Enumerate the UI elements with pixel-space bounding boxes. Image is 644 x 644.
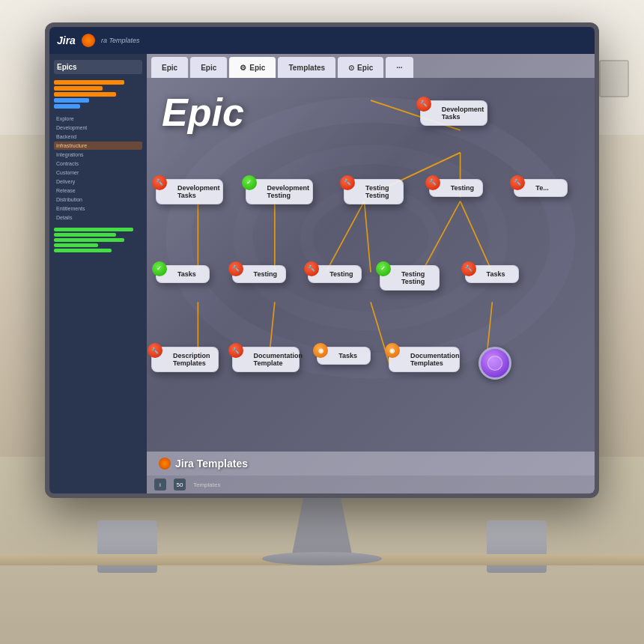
jira-topbar: Jira ra Templates: [49, 27, 595, 54]
main-content: Epics Explore Development Backend Infras…: [49, 54, 595, 493]
sidebar-item-contracts[interactable]: Contracts: [54, 160, 142, 168]
gear-icon: ⚙: [240, 64, 246, 72]
sidebar-item-backend[interactable]: Backend: [54, 133, 142, 141]
node-label-description-templates: DescriptionTemplates: [173, 352, 212, 367]
node-documentation-template-1[interactable]: 🔧 DocumentationTemplate: [232, 347, 300, 372]
monitor: Jira ra Templates Epics Explore Develop: [45, 22, 599, 498]
bottom-bar: Jira Templates: [147, 452, 595, 476]
node-testing-3[interactable]: 🔧 Testing: [308, 265, 362, 283]
node-badge-green-2: ✓: [152, 261, 167, 276]
node-label-dev-tasks-top: DevelopmentTasks: [442, 106, 481, 121]
tab-epic-1-label: Epic: [162, 64, 177, 72]
node-badge-red-5: 🔧: [510, 175, 525, 190]
sidebar-bar-2: [54, 86, 103, 91]
purple-circle[interactable]: [479, 347, 511, 380]
svg-line-8: [326, 201, 364, 273]
node-documentation-templates-2[interactable]: ◉ DocumentationTemplates: [389, 347, 460, 372]
node-badge-red-6: 🔧: [228, 261, 243, 276]
monitor-base: [262, 552, 382, 565]
sidebar-green-bar-5: [54, 249, 112, 252]
node-label-dev-testing: DevelopmentTesting: [267, 184, 306, 199]
node-badge-red-2: 🔧: [152, 175, 167, 190]
node-label-testing-3: Testing: [329, 270, 355, 278]
node-tasks-1[interactable]: ✓ Tasks: [156, 265, 210, 283]
node-testing-1[interactable]: 🔧 Testing: [429, 179, 483, 197]
node-badge-red-4: 🔧: [425, 175, 440, 190]
node-label-testing-testing-2: TestingTesting: [401, 270, 433, 285]
node-label-dev-tasks-left: DevelopmentTasks: [177, 184, 216, 199]
svg-line-9: [364, 201, 371, 273]
sidebar-item-infrastructure[interactable]: Infrastructure: [54, 142, 142, 150]
sidebar-green-bars: [54, 228, 142, 252]
node-badge-red-3: 🔧: [340, 175, 355, 190]
sidebar-item-delivery[interactable]: Delivery: [54, 177, 142, 186]
node-label-testing-2: Testing: [254, 270, 279, 278]
node-tasks-3[interactable]: ◉ Tasks: [317, 347, 371, 365]
screen-footer: i 50 Templates: [147, 476, 595, 493]
screen: Jira ra Templates Epics Explore Develop: [49, 27, 595, 493]
epic-main-title: Epic: [162, 90, 244, 135]
sidebar-bar-1: [54, 80, 124, 85]
canvas: Epic: [147, 78, 595, 452]
node-label-partial: Te...: [535, 184, 561, 192]
node-badge-green-1: ✓: [242, 175, 257, 190]
node-testing-testing-2[interactable]: ✓ TestingTesting: [380, 265, 440, 291]
tab-more[interactable]: ···: [386, 57, 413, 78]
sidebar: Epics Explore Development Backend Infras…: [49, 54, 147, 493]
circle-icon: ⊙: [348, 64, 354, 72]
sidebar-bar-3: [54, 92, 116, 97]
sidebar-green-bar-1: [54, 228, 133, 231]
sidebar-item-integrations[interactable]: Integrations: [54, 151, 142, 159]
node-badge-red-9: 🔧: [148, 343, 162, 358]
jira-icon: [82, 34, 95, 47]
node-label-tasks-2: Tasks: [487, 270, 512, 278]
sidebar-chart: [54, 80, 142, 109]
svg-line-10: [422, 201, 460, 273]
sidebar-item-release[interactable]: Release: [54, 186, 142, 195]
tab-more-label: ···: [396, 64, 402, 72]
tab-templates[interactable]: Templates: [278, 57, 335, 78]
sidebar-item-customer[interactable]: Customer: [54, 168, 142, 177]
sidebar-green-bar-4: [54, 243, 98, 247]
sidebar-item-development[interactable]: Development: [54, 124, 142, 132]
node-badge-green-3: ✓: [376, 261, 391, 276]
app-subtitle: ra Templates: [101, 37, 140, 44]
bottom-title: Jira Templates: [175, 458, 248, 470]
node-dev-testing[interactable]: ✓ DevelopmentTesting: [246, 179, 313, 204]
node-badge-red-7: 🔧: [304, 261, 319, 276]
node-dev-tasks-top[interactable]: 🔧 DevelopmentTasks: [420, 100, 487, 126]
node-badge-red-1: 🔧: [416, 97, 431, 112]
purple-circle-inner: [487, 356, 502, 371]
sidebar-item-distribution[interactable]: Distribution: [54, 195, 142, 204]
tab-epic-1[interactable]: Epic: [151, 57, 188, 78]
tab-epic-2-label: Epic: [201, 64, 216, 72]
tab-epic-2[interactable]: Epic: [190, 57, 227, 78]
footer-icon-1[interactable]: i: [154, 479, 166, 490]
node-dev-tasks-left[interactable]: 🔧 DevelopmentTasks: [156, 179, 223, 204]
sidebar-bar-5: [54, 104, 80, 109]
node-badge-orange-2: ◉: [385, 343, 400, 358]
tab-epic-3-label: Epic: [249, 64, 265, 72]
node-tasks-2[interactable]: 🔧 Tasks: [465, 265, 519, 283]
node-description-templates[interactable]: 🔧 DescriptionTemplates: [151, 347, 219, 372]
node-testing-2[interactable]: 🔧 Testing: [232, 265, 286, 283]
sidebar-item-entitlements[interactable]: Entitlements: [54, 204, 142, 213]
sidebar-item-explore[interactable]: Explore: [54, 115, 142, 123]
tab-epic-4[interactable]: ⊙ Epic: [338, 57, 383, 78]
node-label-tasks-1: Tasks: [177, 270, 203, 278]
node-badge-red-10: 🔧: [228, 343, 243, 358]
node-partial-right[interactable]: 🔧 Te...: [514, 179, 568, 197]
tabs-bar: Epic Epic ⚙ Epic Templates ⊙ Epic: [147, 54, 595, 78]
node-badge-red-8: 🔧: [461, 261, 476, 276]
sidebar-green-bar-3: [54, 238, 124, 242]
footer-icon-2[interactable]: 50: [174, 479, 186, 490]
sidebar-item-details[interactable]: Details: [54, 213, 142, 222]
footer-text-templates: Templates: [193, 482, 220, 488]
bottom-jira-icon: [159, 458, 171, 470]
tab-templates-label: Templates: [288, 64, 325, 72]
node-label-documentation-template-1: DocumentationTemplate: [254, 352, 293, 367]
node-label-tasks-3: Tasks: [338, 352, 364, 359]
tab-epic-3[interactable]: ⚙ Epic: [229, 57, 276, 78]
node-testing-testing-1[interactable]: 🔧 TestingTesting: [344, 179, 404, 204]
sidebar-green-bar-2: [54, 233, 116, 237]
